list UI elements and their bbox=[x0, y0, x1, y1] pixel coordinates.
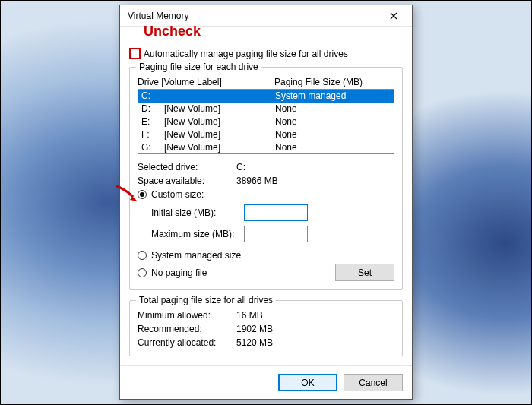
drive-letter: E: bbox=[141, 115, 164, 128]
drive-letter: G: bbox=[141, 141, 164, 154]
no-paging-label: No paging file bbox=[151, 267, 207, 278]
set-button[interactable]: Set bbox=[335, 264, 394, 281]
header-size-label: Paging File Size (MB) bbox=[274, 77, 363, 87]
window-title: Virtual Memory bbox=[128, 11, 380, 21]
space-available-value: 38966 MB bbox=[236, 176, 278, 186]
drive-volume-label: [New Volume] bbox=[164, 128, 275, 141]
system-managed-radio[interactable] bbox=[138, 251, 147, 260]
no-paging-radio[interactable] bbox=[138, 268, 147, 277]
custom-size-label: Custom size: bbox=[151, 189, 204, 200]
auto-manage-label: Automatically manage paging file size fo… bbox=[144, 49, 348, 59]
min-allowed-label: Minimum allowed: bbox=[138, 310, 236, 321]
per-drive-group: Paging file size for each drive Drive [V… bbox=[129, 67, 403, 290]
close-button[interactable] bbox=[380, 7, 407, 25]
initial-size-input[interactable] bbox=[244, 204, 308, 221]
drive-list-header: Drive [Volume Label] Paging File Size (M… bbox=[138, 77, 394, 87]
selected-drive-label: Selected drive: bbox=[138, 162, 236, 172]
drive-paging-size: None bbox=[275, 128, 297, 141]
currently-allocated-label: Currently allocated: bbox=[138, 337, 236, 348]
drive-volume-label: [New Volume] bbox=[164, 115, 275, 128]
totals-group-title: Total paging file size for all drives bbox=[136, 295, 276, 305]
drive-paging-size: None bbox=[275, 141, 297, 154]
drive-volume-label: [New Volume] bbox=[164, 141, 275, 154]
virtual-memory-dialog: Virtual Memory Automatically manage pagi… bbox=[119, 5, 413, 400]
cancel-button[interactable]: Cancel bbox=[344, 374, 403, 391]
drive-row[interactable]: D:[New Volume]None bbox=[138, 103, 394, 115]
ok-button[interactable]: OK bbox=[278, 374, 337, 391]
space-available-label: Space available: bbox=[138, 176, 236, 186]
drive-volume-label: [New Volume] bbox=[164, 103, 275, 115]
min-allowed-value: 16 MB bbox=[236, 310, 263, 321]
drive-volume-label bbox=[164, 90, 275, 103]
recommended-value: 1902 MB bbox=[236, 324, 273, 334]
currently-allocated-value: 5120 MB bbox=[236, 337, 273, 348]
per-drive-group-title: Paging file size for each drive bbox=[136, 62, 261, 72]
header-drive-label: Drive [Volume Label] bbox=[138, 77, 274, 87]
drive-paging-size: System managed bbox=[275, 90, 346, 103]
drive-letter: F: bbox=[141, 128, 164, 141]
dialog-button-row: OK Cancel bbox=[120, 365, 412, 399]
drive-letter: D: bbox=[141, 103, 164, 115]
drive-row[interactable]: G:[New Volume]None bbox=[138, 141, 394, 154]
auto-manage-checkbox[interactable] bbox=[129, 48, 141, 59]
custom-size-radio[interactable] bbox=[138, 190, 147, 199]
drive-paging-size: None bbox=[275, 115, 297, 128]
close-icon bbox=[390, 12, 397, 20]
recommended-label: Recommended: bbox=[138, 324, 236, 334]
maximum-size-input[interactable] bbox=[244, 226, 308, 242]
maximum-size-label: Maximum size (MB): bbox=[151, 229, 236, 239]
selected-drive-value: C: bbox=[236, 162, 245, 172]
drive-row[interactable]: E:[New Volume]None bbox=[138, 115, 394, 128]
drive-list[interactable]: C:System managedD:[New Volume]NoneE:[New… bbox=[138, 89, 394, 154]
initial-size-label: Initial size (MB): bbox=[151, 207, 236, 218]
system-managed-label: System managed size bbox=[151, 250, 241, 261]
drive-row[interactable]: F:[New Volume]None bbox=[138, 128, 394, 141]
titlebar: Virtual Memory bbox=[120, 5, 412, 27]
drive-row[interactable]: C:System managed bbox=[138, 90, 394, 103]
drive-letter: C: bbox=[141, 90, 164, 103]
drive-paging-size: None bbox=[275, 103, 297, 115]
totals-group: Total paging file size for all drives Mi… bbox=[129, 300, 403, 356]
